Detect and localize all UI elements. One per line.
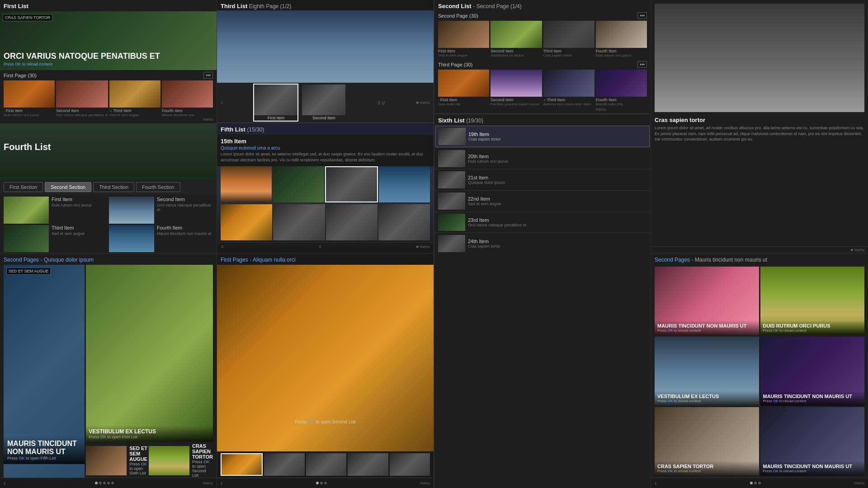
filmstrip-item-2[interactable]: Second Item	[301, 84, 346, 122]
sp-nav-prev[interactable]: ‹	[4, 479, 6, 487]
fp-thumb-4[interactable]	[348, 453, 388, 476]
sixth-19-title: 19th Item	[468, 131, 501, 137]
fifth-item-desc: Lorem ipsum dolor sit amet, ex aeterno i…	[221, 151, 430, 163]
fourth-item-desc-2: Orci varius natoque penatibus et	[157, 203, 213, 212]
s3-item-4[interactable]: Fourth Item Blandit nulla (30) menu	[596, 70, 647, 112]
thumb-fourth-item[interactable]: Fourth Item Mauris tincidunt non menu	[162, 80, 213, 122]
fourth-item-4[interactable]: Fourth Item Mauris tincidunt non mauris …	[109, 225, 213, 252]
spr-nav-prev[interactable]: ‹	[655, 479, 657, 487]
thumb-img-3	[109, 80, 160, 108]
photo-8[interactable]	[378, 204, 430, 240]
fifth-list-count: (15/30)	[247, 127, 264, 133]
tab-second-section[interactable]: Second Section	[45, 182, 91, 192]
thumb-label-4: Fourth Item	[162, 108, 183, 113]
sixth-item-21[interactable]: 21st Item Quisque dolor ipsum	[434, 169, 651, 191]
sixth-item-22[interactable]: 22nd Item Sed et sem augue	[434, 191, 651, 212]
fp-thumb-3[interactable]	[306, 453, 346, 476]
sp-bottom-1[interactable]: SED ET SEM AUGUE Press OK to open Sixth …	[86, 443, 147, 478]
third-page-header: Third Page (30) •••	[434, 59, 651, 70]
sixth-item-19[interactable]: 19th Item Cras sapien tortor	[435, 126, 650, 147]
filmstrip-label-1: First Item	[254, 115, 297, 121]
first-page-header: First Page (30) •••	[0, 70, 217, 80]
fifth-scroll-down[interactable]: ∨	[318, 244, 322, 249]
sp-main-sub: Press OK to open Fifth List	[7, 456, 81, 460]
third-list-prev[interactable]: ‹	[221, 99, 223, 107]
sp-side-1[interactable]: VESTIBULUM EX LECTUS Press OK to open Fi…	[86, 265, 213, 442]
s3-item-1[interactable]: ‹First Item Duis nulla visi	[438, 70, 489, 112]
fourth-item-title-1: First Item	[52, 197, 108, 202]
fp-nav-prev[interactable]: ‹	[221, 479, 223, 487]
second-list-panel: Second List - Second Page (1/4) Second P…	[434, 0, 651, 253]
hero-text: ORCI VARIUS NATOQUE PENATIBUS ET Press O…	[4, 52, 160, 66]
spr-item-1[interactable]: MAURIS TINCIDUNT NON MAURIS UT Press OK …	[655, 267, 759, 335]
spr-item-4[interactable]: MAURIS TINCIDUNT NON MAURIS UT Press OK …	[760, 337, 865, 405]
fp-bottom-nav: ‹ menu	[217, 478, 434, 488]
fourth-item-1[interactable]: First Item Duis rutrum orci purus	[4, 197, 108, 224]
photo-1[interactable]	[221, 166, 272, 202]
tab-first-section[interactable]: First Section	[4, 182, 43, 192]
sixth-item-23[interactable]: 23rd Item Orci varius natoque penatibus …	[434, 212, 651, 233]
fourth-item-img-2	[109, 197, 154, 224]
third-list-hero-img[interactable]	[217, 10, 434, 83]
fifth-list-photos-top	[217, 166, 434, 204]
spr-item-3[interactable]: VESTIBULUM EX LECTUS Press OK to reload …	[655, 337, 759, 405]
sp-b2-title: CRAS SAPIEN TORTOR	[192, 443, 213, 460]
second-pages-bottom-panel: Second Pages - Quisque dolor ipsum SED E…	[0, 253, 217, 488]
tab-third-section[interactable]: Third Section	[93, 182, 134, 192]
tab-fourth-section[interactable]: Fourth Section	[136, 182, 180, 192]
sp-b1-sub: Press OK to open Sixth List	[129, 462, 147, 475]
thumb-desc-2: Orci varius natoque penatibus et	[56, 113, 108, 117]
fp-thumb-5[interactable]	[390, 453, 430, 476]
hero-title: ORCI VARIUS NATOQUE PENATIBUS ET	[4, 52, 160, 61]
sp-main-item[interactable]: SED ET SEM AUGUE MAURIS TINCIDUNT NON MA…	[4, 265, 85, 478]
thumb-label-1: First Item	[6, 108, 23, 113]
photo-3[interactable]	[325, 166, 378, 202]
photo-2[interactable]	[273, 166, 324, 202]
s2-item-4[interactable]: Fourth Item Duis rutrum orci purus	[596, 21, 647, 57]
first-list-hero[interactable]: CRAS SAPIEN TORTOR ORCI VARIUS NATOQUE P…	[0, 11, 217, 70]
fp-hero[interactable]: Press OK to open Second List	[217, 265, 434, 451]
thumb-img-1	[4, 80, 55, 108]
photo-4[interactable]	[379, 166, 430, 202]
third-page-more[interactable]: •••	[637, 61, 647, 68]
fp-thumb-strip	[217, 451, 434, 478]
fourth-item-3[interactable]: Third Item Sed et sem augue	[4, 225, 108, 252]
featured-statue-img[interactable]	[655, 4, 864, 112]
spr-item-5[interactable]: CRAS SAPIEN TORTOR Press OK to reload co…	[655, 407, 759, 476]
fourth-item-img-1	[4, 197, 49, 224]
s3-item-3[interactable]: ∧Third Item Aeterno eius contectetur dia…	[543, 70, 594, 112]
s3-item-2[interactable]: Second Item Facilisis posuere sapien pur…	[491, 70, 542, 112]
sp-bottom-title: Second Pages	[4, 257, 39, 263]
fp-thumb-2[interactable]	[264, 453, 304, 476]
filmstrip-label-2: Second Item	[302, 115, 345, 121]
photo-7[interactable]	[326, 204, 377, 240]
sixth-item-20[interactable]: 20th Item Duis rutrum orci purus	[434, 148, 651, 169]
fp-thumb-1[interactable]	[221, 453, 263, 476]
spr-item-6[interactable]: MAURIS TINCIDUNT NON MAURIS UT Press OK …	[760, 407, 865, 476]
photo-5[interactable]	[221, 204, 272, 240]
fp-title: First Pages	[221, 257, 248, 263]
spr-item-2[interactable]: DUIS RUTRUM ORCI PURUS Press OK to reloa…	[760, 267, 865, 335]
fifth-menu: ■ menu	[416, 244, 430, 249]
spr-title: Second Pages	[655, 257, 690, 263]
third-list-title: Third List	[221, 3, 247, 9]
fifth-scroll-up[interactable]: ∧	[221, 244, 224, 249]
fourth-item-2[interactable]: Second Item Orci varius natoque penatibu…	[109, 197, 213, 224]
s2-item-2[interactable]: Second Item Vestibulum ex lectus	[491, 21, 542, 57]
second-pages-content: SED ET SEM AUGUE MAURIS TINCIDUNT NON MA…	[0, 265, 217, 478]
fourth-list-panel: Fourth List First Section Second Section…	[0, 123, 217, 260]
photo-6[interactable]	[273, 204, 325, 240]
first-list-more-btn[interactable]: •••	[203, 72, 213, 79]
thumb-third-item[interactable]: ∨Third Item Sed et sem augue	[109, 80, 160, 122]
sixth-item-24[interactable]: 24th Item Cras sapien tortor	[434, 233, 651, 254]
thumb-img-4	[162, 80, 213, 108]
sp-bottom-2[interactable]: CRAS SAPIEN TORTOR Press OK to open Seco…	[149, 443, 213, 478]
filmstrip-item-1[interactable]: First Item	[253, 84, 298, 122]
fp-subtitle: - Aliquam nulla orci	[250, 257, 295, 263]
s2-item-1[interactable]: First Item Sed et sem augue	[438, 21, 489, 57]
third-list-scroll[interactable]: ∧∨	[377, 99, 386, 106]
second-page-more[interactable]: •••	[637, 12, 647, 19]
s2-item-3[interactable]: Third Item Cras sapien tortor	[543, 21, 594, 57]
thumb-second-item[interactable]: Second Item Orci varius natoque penatibu…	[56, 80, 108, 122]
thumb-first-item[interactable]: ‹First Item Duis rutrum orci purus	[4, 80, 55, 122]
